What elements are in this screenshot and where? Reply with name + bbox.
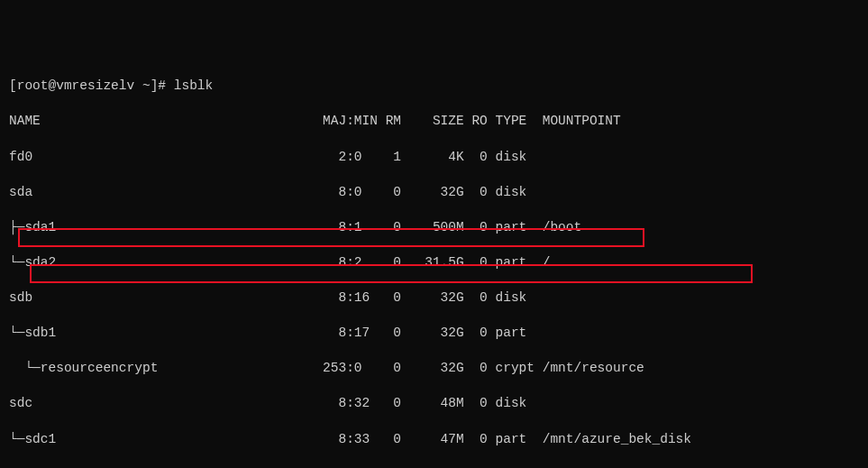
table-row: sda 8:0 0 32G 0 disk	[9, 184, 859, 202]
table-row: └─sdb1 8:17 0 32G 0 part	[9, 325, 859, 343]
table-row: sdc 8:32 0 48M 0 disk	[9, 395, 859, 413]
table-row: fd0 2:0 1 4K 0 disk	[9, 149, 859, 167]
terminal-prompt: [root@vmresizelv ~]# lsblk	[9, 78, 859, 96]
table-row: └─sdc1 8:33 0 47M 0 part /mnt/azure_bek_…	[9, 431, 859, 449]
table-header: NAME MAJ:MIN RM SIZE RO TYPE MOUNTPOINT	[9, 113, 859, 131]
table-row: └─resourceencrypt 253:0 0 32G 0 crypt /m…	[9, 360, 859, 378]
table-row: sdb 8:16 0 32G 0 disk	[9, 289, 859, 307]
table-row: └─sda2 8:2 0 31.5G 0 part /	[9, 254, 859, 272]
table-row: ├─sda1 8:1 0 500M 0 part /boot	[9, 219, 859, 237]
